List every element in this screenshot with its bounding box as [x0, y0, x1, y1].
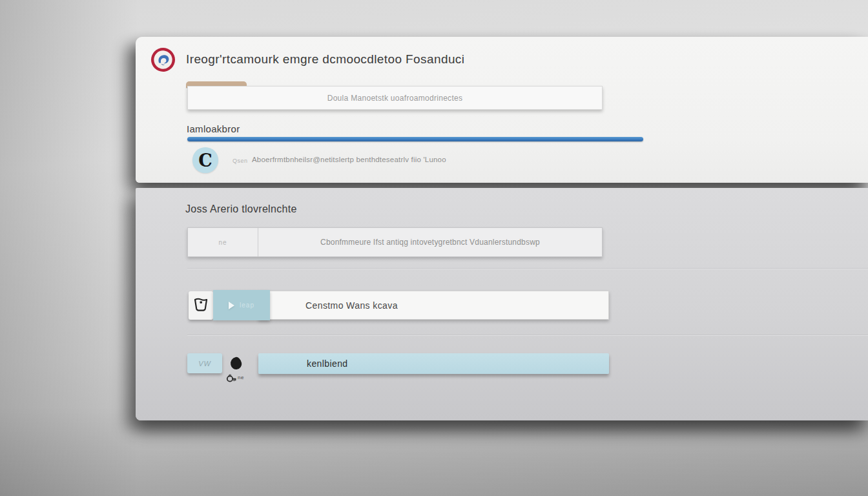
- key-icon-label: ne: [238, 375, 244, 380]
- play-button-label: leap: [240, 302, 254, 309]
- play-icon: [229, 302, 234, 309]
- section-heading: Joss Arerio tlovrelnchte: [185, 203, 297, 215]
- avatar-letter: C: [198, 150, 212, 170]
- desktop-background: Ireogr'rtcamourk emgre dcmoocdletoo Fosa…: [0, 0, 868, 496]
- app-logo-icon: [150, 47, 176, 72]
- keyblend-bar-label: kenlbiend: [307, 358, 348, 369]
- avatar: C: [192, 147, 218, 173]
- keyblend-bar-button[interactable]: kenlbiend: [258, 353, 609, 374]
- play-button[interactable]: leap: [213, 290, 270, 320]
- note-small-label: Qsen: [232, 158, 248, 164]
- accent-underline-bar: [187, 137, 643, 141]
- main-search-input[interactable]: Doula Manoetstk uoafroamodrinectes: [187, 86, 603, 110]
- custom-name-value: Censtmo Wans kcava: [305, 300, 398, 311]
- basket-icon: [193, 296, 209, 315]
- confirm-input[interactable]: ne Cbonfmmeure Ifst antiqg intovetygretb…: [187, 227, 603, 257]
- top-card: Ireogr'rtcamourk emgre dcmoocdletoo Fosa…: [136, 37, 868, 183]
- custom-name-input[interactable]: Censtmo Wans kcava: [258, 291, 609, 320]
- divider: [187, 335, 868, 336]
- note-text: Aboerfrmtbnheilsr@netitslertp benthdtese…: [252, 156, 446, 163]
- key-icon: [226, 373, 237, 387]
- blob-icon: [229, 356, 243, 370]
- vw-chip-label: VW: [198, 360, 211, 367]
- field-label: Iamloakbror: [187, 123, 240, 134]
- confirm-input-prefix: ne: [188, 228, 258, 256]
- vw-chip-button[interactable]: VW: [187, 353, 222, 373]
- divider: [187, 268, 868, 269]
- basket-button[interactable]: [189, 291, 213, 320]
- bottom-card: Joss Arerio tlovrelnchte ne Cbonfmmeure …: [136, 188, 868, 420]
- page-title: Ireogr'rtcamourk emgre dcmoocdletoo Fosa…: [186, 52, 464, 67]
- main-search-placeholder: Doula Manoetstk uoafroamodrinectes: [327, 94, 463, 103]
- key-icon-group: ne: [226, 373, 244, 387]
- confirm-input-placeholder: Cbonfmmeure Ifst antiqg intovetygretbnct…: [258, 228, 602, 256]
